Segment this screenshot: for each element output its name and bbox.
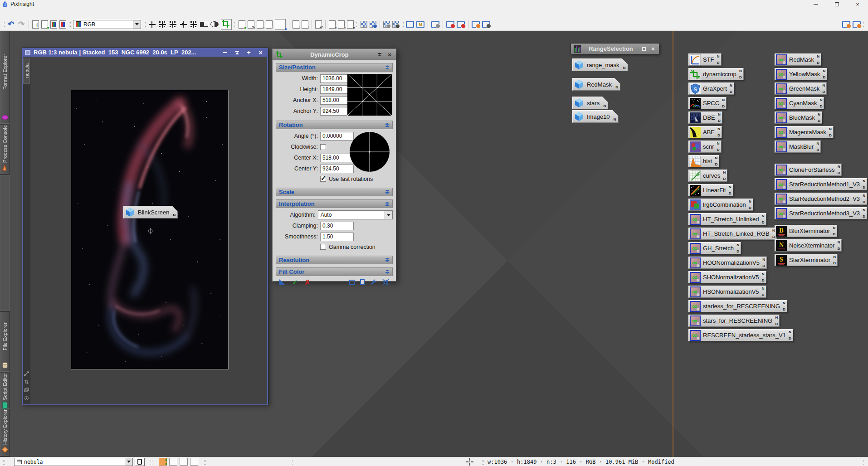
process-preview-icon[interactable] bbox=[347, 20, 354, 29]
process-icon-chip-rescreen_starless_stars_v1[interactable]: ∞ RESCREEN_starless_stars_V1 N D bbox=[688, 329, 793, 341]
cancel-button[interactable]: ✗ bbox=[305, 279, 311, 286]
main-views-icon[interactable] bbox=[406, 21, 414, 28]
iconize-windows-icon[interactable] bbox=[431, 21, 439, 28]
expand-section-icon[interactable] bbox=[385, 190, 390, 194]
fullscreen-mode-icon[interactable] bbox=[482, 21, 490, 28]
process-icon-chip-hsonormalizationv5[interactable]: ∞ HSONormalizationV5 N D bbox=[688, 286, 766, 298]
workspace-2-button[interactable] bbox=[169, 458, 177, 466]
process-history-icon[interactable] bbox=[329, 20, 336, 29]
sidebar-tab-process console[interactable]: Process Console bbox=[0, 125, 10, 174]
expand-section-icon[interactable] bbox=[385, 270, 390, 274]
invert-mask-icon[interactable] bbox=[383, 21, 390, 28]
center-y-input[interactable] bbox=[320, 165, 354, 173]
image-window-titlebar[interactable]: RGB 1:3 nebula | Stacked_153_NGC 6992_20… bbox=[22, 48, 268, 57]
enable-mask-icon[interactable] bbox=[370, 21, 376, 28]
screen-mode-icon[interactable] bbox=[210, 21, 219, 27]
angle-input[interactable] bbox=[320, 132, 354, 141]
crop-mode-icon[interactable] bbox=[221, 19, 232, 30]
fast-rotations-checkbox[interactable] bbox=[320, 176, 326, 182]
dropdown-arrow-icon[interactable] bbox=[385, 211, 392, 219]
process-icon-chip-spcc[interactable]: SPCC N D bbox=[688, 97, 727, 109]
process-icon-chip-starreductionmethod1_v3[interactable]: ∞ StarReductionMethod1_V3 N D bbox=[775, 178, 867, 190]
section-rotation[interactable]: Rotation bbox=[276, 121, 393, 129]
redo-icon[interactable] bbox=[17, 20, 25, 29]
toolbar-grip[interactable] bbox=[401, 20, 404, 29]
algorithm-select[interactable]: Auto bbox=[318, 210, 393, 219]
collapse-section-icon[interactable] bbox=[385, 123, 390, 127]
view-tab-nebula[interactable]: nebula bbox=[23, 58, 30, 84]
edit-process-icon[interactable] bbox=[248, 20, 254, 29]
clamping-input[interactable] bbox=[320, 222, 354, 230]
zoom-in-window-icon[interactable] bbox=[179, 20, 187, 28]
expand-section-icon[interactable] bbox=[385, 258, 390, 262]
window-close-icon[interactable]: × bbox=[258, 50, 263, 55]
resize-arrows-icon[interactable] bbox=[24, 371, 29, 376]
clockwise-checkbox[interactable] bbox=[320, 144, 326, 150]
statusbar-grip[interactable] bbox=[863, 458, 865, 465]
center-dot-icon[interactable] bbox=[24, 396, 29, 401]
process-icon-chip-lrgbcombination[interactable]: lrgbCombination N D bbox=[688, 199, 753, 211]
process-icon-chip-stars_for_rescreening[interactable]: ∞ stars_for_RESCREENING N D bbox=[688, 315, 780, 327]
dynamiccrop-dialog[interactable]: DynamicCrop × Size/Position Width: Heigh… bbox=[272, 49, 396, 282]
new-process-icon[interactable] bbox=[239, 20, 245, 29]
collapse-arrows-icon[interactable] bbox=[382, 279, 389, 286]
browse-documentation-icon[interactable] bbox=[360, 279, 365, 285]
section-size-position[interactable]: Size/Position bbox=[276, 63, 393, 72]
section-interpolation[interactable]: Interpolation bbox=[276, 199, 393, 208]
process-icon-chip-ht_stretch_unlinked[interactable]: ∞ HT_Stretch_Unlinked N D bbox=[688, 213, 766, 225]
statusbar-grip[interactable] bbox=[204, 458, 206, 465]
reset-process-icon[interactable] bbox=[315, 20, 322, 29]
sidebar-tab-script editor[interactable]: Script Editor bbox=[0, 373, 10, 409]
image-icon-chip-redmask[interactable]: RedMask N bbox=[572, 78, 620, 91]
store-process-icon[interactable] bbox=[302, 20, 308, 29]
workspace-3-button[interactable] bbox=[180, 458, 188, 466]
color-spaces-icon[interactable] bbox=[59, 20, 66, 29]
process-icon-chip-yellowmask[interactable]: ∞ YellowMask N D bbox=[775, 68, 827, 80]
dropdown-arrow-icon[interactable] bbox=[125, 458, 132, 466]
real-time-preview-icon[interactable] bbox=[349, 280, 355, 285]
rotation-dial[interactable] bbox=[349, 131, 390, 172]
process-clock-icon[interactable] bbox=[338, 20, 345, 29]
process-icon-chip-abe[interactable]: ABE N D bbox=[688, 126, 722, 138]
statusbar-grip[interactable] bbox=[290, 458, 293, 465]
process-icon-chip-redmask[interactable]: ∞ RedMask N D bbox=[775, 53, 821, 66]
toolbar-grip[interactable] bbox=[143, 20, 146, 29]
center-x-input[interactable] bbox=[320, 154, 354, 162]
view-selector-combobox[interactable]: RGB bbox=[73, 20, 141, 29]
gamma-correction-checkbox[interactable] bbox=[320, 244, 326, 250]
statusbar-grip[interactable] bbox=[150, 458, 152, 465]
process-icon-chip-linearfit[interactable]: LinearFit N D bbox=[688, 184, 733, 196]
window-minimize-icon[interactable] bbox=[222, 50, 228, 55]
dialog-shade-icon[interactable] bbox=[376, 51, 383, 58]
edit-identifier-icon[interactable] bbox=[32, 20, 39, 29]
image-icon-chip-image10[interactable]: Image10 N bbox=[572, 110, 619, 123]
sidebar-tab-format explorer[interactable]: Format Explorer bbox=[0, 31, 10, 124]
toolbar-grip[interactable] bbox=[356, 20, 358, 29]
process-icon-chip-dbe[interactable]: DBE N D bbox=[688, 112, 722, 124]
dialog-close-icon[interactable]: × bbox=[386, 51, 393, 58]
drag-instance-icon[interactable] bbox=[279, 279, 285, 285]
statusbar-grip[interactable] bbox=[3, 458, 5, 465]
process-icon-chip-bluemask[interactable]: ∞ BlueMask N D bbox=[775, 112, 822, 124]
close-window-button[interactable]: × bbox=[847, 0, 868, 8]
image-window[interactable]: RGB 1:3 nebula | Stacked_153_NGC 6992_20… bbox=[22, 48, 268, 405]
process-icon-chip-gh_stretch[interactable]: ∞ GH_Stretch N D bbox=[688, 242, 741, 254]
image-icon-chip-range_mask[interactable]: range_mask N bbox=[572, 58, 628, 71]
minimize-window-button[interactable] bbox=[805, 0, 826, 8]
dropdown-arrow-icon[interactable] bbox=[133, 20, 141, 29]
thumbnail-toggle-button[interactable] bbox=[135, 458, 145, 466]
rangeselection-window[interactable]: RangeSelection × bbox=[571, 43, 659, 54]
process-icon-chip-starxterminator[interactable]: S StarXterminator N D bbox=[775, 254, 838, 266]
undo-icon[interactable] bbox=[7, 20, 15, 29]
collapse-section-icon[interactable] bbox=[385, 202, 390, 206]
process-icon-chip-scnr[interactable]: scnr N D bbox=[688, 141, 722, 153]
process-icon-chip-curves[interactable]: curves N D bbox=[688, 170, 727, 182]
remove-mask-icon[interactable] bbox=[392, 21, 399, 28]
process-icon-chip-noisexterminator[interactable]: N NoiseXterminator N D bbox=[775, 239, 842, 252]
process-icon-chip-starless_for_rescreening[interactable]: ∞ starless_for_RESCREENING N D bbox=[688, 300, 787, 312]
image-canvas[interactable]: BlinkScreen N bbox=[30, 57, 267, 404]
toolbar-grip[interactable] bbox=[2, 20, 5, 29]
anchor-selector[interactable] bbox=[347, 74, 392, 116]
process-icon-chip-maskblur[interactable]: ∞ MaskBlur N D bbox=[775, 141, 821, 153]
workspace-windows-icon[interactable] bbox=[472, 21, 480, 28]
